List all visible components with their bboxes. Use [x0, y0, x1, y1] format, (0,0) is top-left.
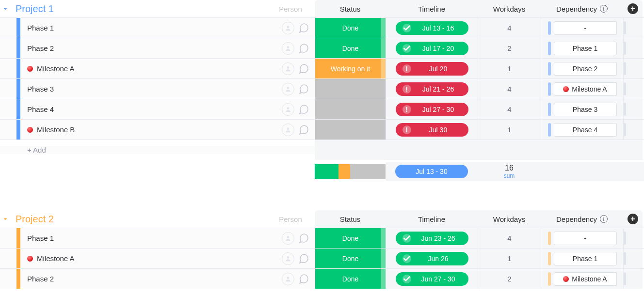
workdays-summary[interactable]: 16sum: [478, 162, 541, 181]
column-header-timeline[interactable]: Timeline: [386, 215, 478, 223]
column-header-status[interactable]: Status: [315, 5, 386, 13]
item-name[interactable]: Phase 1: [27, 24, 282, 32]
column-header-workdays[interactable]: Workdays: [478, 5, 541, 13]
column-header-workdays[interactable]: Workdays: [478, 215, 541, 223]
conversation-icon[interactable]: [296, 231, 311, 246]
timeline-cell[interactable]: Jun 27 - 30: [386, 269, 478, 289]
status-cell[interactable]: Done: [315, 18, 386, 38]
status-cell[interactable]: [315, 99, 386, 119]
person-avatar-empty[interactable]: [282, 22, 294, 34]
column-header-person[interactable]: Person: [266, 215, 315, 223]
workdays-cell[interactable]: 1: [478, 248, 541, 268]
conversation-icon[interactable]: [296, 21, 311, 35]
timeline-cell[interactable]: Jul 17 - 20: [386, 38, 478, 58]
milestone-dot-icon: [27, 256, 33, 262]
item-name[interactable]: Milestone A: [27, 254, 282, 263]
timeline-cell[interactable]: !Jul 21 - 26: [386, 79, 478, 99]
workdays-cell[interactable]: 2: [478, 269, 541, 289]
item-name[interactable]: Phase 2: [27, 275, 282, 283]
workdays-cell[interactable]: 1: [478, 120, 541, 140]
column-header-status[interactable]: Status: [315, 215, 386, 223]
column-header-dependency[interactable]: Dependencyi: [541, 215, 623, 223]
item-name[interactable]: Phase 2: [27, 44, 282, 52]
conversation-icon[interactable]: [296, 41, 311, 56]
dependency-cell[interactable]: -: [541, 228, 623, 248]
item-name[interactable]: Milestone B: [27, 125, 282, 134]
timeline-cell[interactable]: !Jul 30: [386, 120, 478, 140]
conversation-icon[interactable]: [296, 102, 311, 117]
status-cell[interactable]: Done: [315, 38, 386, 58]
status-cell[interactable]: Done: [315, 228, 386, 248]
workdays-cell[interactable]: 4: [478, 228, 541, 248]
conversation-icon[interactable]: [296, 251, 311, 266]
status-cell[interactable]: Working on it: [315, 59, 386, 78]
person-avatar-empty[interactable]: [282, 83, 294, 95]
dependency-cell[interactable]: Milestone A: [541, 269, 623, 289]
table-row: Phase 2DoneJun 27 - 302Milestone A: [0, 268, 644, 289]
column-header-dependency[interactable]: Dependencyi: [541, 5, 623, 13]
dependency-cell[interactable]: Phase 4: [541, 120, 623, 140]
timeline-cell[interactable]: !Jul 27 - 30: [386, 99, 478, 119]
workdays-cell[interactable]: 4: [478, 18, 541, 38]
workdays-cell[interactable]: 1: [478, 59, 541, 78]
column-header-timeline[interactable]: Timeline: [386, 5, 478, 13]
svg-point-7: [287, 256, 290, 259]
column-header-person[interactable]: Person: [266, 5, 315, 13]
info-icon[interactable]: i: [600, 215, 608, 223]
dependency-cell[interactable]: Phase 1: [541, 248, 623, 268]
dependency-cell[interactable]: Phase 3: [541, 99, 623, 119]
item-name[interactable]: Phase 3: [27, 85, 282, 93]
person-avatar-empty[interactable]: [282, 62, 294, 75]
status-cell[interactable]: [315, 79, 386, 99]
timeline-cell[interactable]: Jul 13 - 16: [386, 18, 478, 38]
status-cell[interactable]: Done: [315, 269, 386, 289]
person-avatar-empty[interactable]: [282, 124, 294, 136]
row-color-strip: [16, 18, 20, 38]
workdays-cell[interactable]: 4: [478, 79, 541, 99]
add-column-button[interactable]: [628, 214, 638, 224]
conversation-icon[interactable]: [296, 272, 311, 286]
person-avatar-empty[interactable]: [282, 252, 294, 265]
dependency-cell[interactable]: -: [541, 18, 623, 38]
row-color-strip: [16, 38, 20, 58]
checkmark-icon: [402, 254, 411, 263]
item-name[interactable]: Milestone A: [27, 64, 282, 73]
svg-point-6: [287, 236, 290, 238]
status-cell[interactable]: Done: [315, 248, 386, 268]
group-title[interactable]: Project 2: [16, 214, 54, 225]
person-avatar-empty[interactable]: [282, 232, 294, 245]
group-title[interactable]: Project 1: [16, 3, 54, 15]
milestone-dot-icon: [27, 127, 33, 133]
checkmark-icon: [402, 44, 411, 53]
table-row: Milestone B!Jul 301Phase 4: [0, 119, 644, 140]
person-avatar-empty[interactable]: [282, 103, 294, 116]
workdays-cell[interactable]: 4: [478, 99, 541, 119]
dependency-cell[interactable]: Phase 2: [541, 59, 623, 78]
conversation-icon[interactable]: [296, 62, 311, 76]
dependency-cell[interactable]: Phase 1: [541, 38, 623, 58]
collapse-toggle[interactable]: [0, 3, 11, 14]
timeline-summary-pill[interactable]: Jul 13 - 30: [395, 165, 468, 178]
row-color-strip: [16, 228, 20, 248]
item-name[interactable]: Phase 4: [27, 105, 282, 113]
person-avatar-empty[interactable]: [282, 42, 294, 55]
milestone-dot-icon: [27, 66, 33, 72]
warning-icon: !: [402, 85, 411, 93]
info-icon[interactable]: i: [600, 5, 608, 13]
add-column-button[interactable]: [628, 3, 638, 14]
conversation-icon[interactable]: [296, 123, 311, 137]
timeline-cell[interactable]: Jun 26: [386, 248, 478, 268]
status-summary-bar[interactable]: [315, 162, 386, 181]
conversation-icon[interactable]: [296, 82, 311, 96]
item-name[interactable]: Phase 1: [27, 234, 282, 242]
timeline-cell[interactable]: Jun 23 - 26: [386, 228, 478, 248]
workdays-cell[interactable]: 2: [478, 38, 541, 58]
timeline-cell[interactable]: !Jul 20: [386, 59, 478, 78]
svg-point-3: [287, 87, 290, 89]
person-avatar-empty[interactable]: [282, 273, 294, 285]
status-cell[interactable]: [315, 120, 386, 140]
collapse-toggle[interactable]: [0, 214, 11, 224]
svg-point-2: [287, 66, 290, 69]
add-item-row[interactable]: + Add: [0, 140, 644, 160]
dependency-cell[interactable]: Milestone A: [541, 79, 623, 99]
